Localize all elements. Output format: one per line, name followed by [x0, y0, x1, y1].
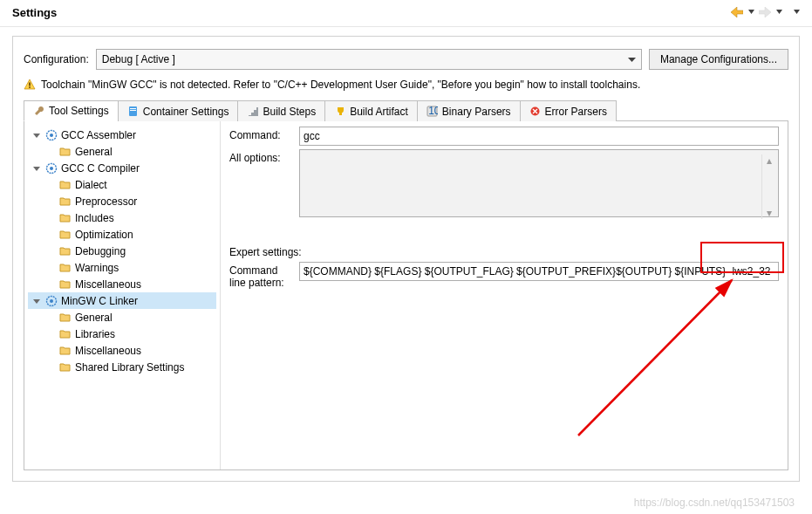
tool-tree[interactable]: GCC Assembler General GCC C Compiler [24, 121, 221, 469]
settings-dialog: { "header": { "title": "Settings" }, "co… [0, 0, 812, 514]
scrollbar[interactable]: ▴ ▾ [761, 154, 775, 219]
tree-node-label: MinGW C Linker [61, 295, 138, 307]
tree-node-mingw-c-linker[interactable]: MinGW C Linker [28, 292, 216, 309]
svg-rect-5 [339, 113, 342, 115]
tree-node-miscellaneous[interactable]: Miscellaneous [28, 276, 216, 292]
svg-point-10 [50, 134, 53, 137]
command-label: Command: [229, 127, 299, 141]
tree-node-label: Miscellaneous [75, 345, 141, 357]
tree-node-libraries[interactable]: Libraries [28, 326, 216, 342]
binary-icon: 1010 [426, 106, 439, 118]
folder-icon [59, 278, 72, 291]
tree-node-gcc-c-compiler[interactable]: GCC C Compiler [28, 160, 216, 176]
tree-node-preprocessor[interactable]: Preprocessor [28, 193, 216, 209]
tab-body: GCC Assembler General GCC C Compiler [24, 121, 788, 470]
tree-node-label: General [75, 146, 113, 158]
config-frame: Configuration: Debug [ Active ] Manage C… [12, 36, 800, 482]
folder-icon [59, 312, 72, 324]
twisty-open-icon [31, 164, 42, 173]
tree-node-optimization[interactable]: Optimization [28, 226, 216, 243]
view-menu-icon[interactable] [793, 5, 800, 19]
tree-node-linker-misc[interactable]: Miscellaneous [28, 342, 216, 359]
forward-icon[interactable] [758, 5, 772, 19]
svg-rect-4 [130, 110, 136, 111]
all-options-label: All options: [229, 149, 299, 164]
configuration-row: Configuration: Debug [ Active ] Manage C… [24, 49, 788, 70]
tab-tool-settings[interactable]: Tool Settings [24, 100, 119, 121]
container-icon [127, 106, 140, 118]
tool-icon [45, 129, 58, 141]
annotation-arrow [482, 270, 744, 444]
back-menu-icon[interactable] [747, 5, 754, 19]
folder-icon [59, 262, 72, 274]
tree-node-shared-lib[interactable]: Shared Library Settings [28, 359, 216, 375]
manage-configurations-label: Manage Configurations... [660, 53, 777, 65]
folder-icon [59, 212, 72, 224]
tree-node-label: Optimization [75, 229, 133, 241]
tree-node-gcc-assembler[interactable]: GCC Assembler [28, 127, 216, 143]
folder-icon [59, 229, 72, 241]
tree-node-label: GCC Assembler [61, 129, 136, 141]
chevron-down-icon [628, 53, 636, 65]
back-icon[interactable] [730, 5, 744, 19]
svg-point-14 [50, 299, 53, 303]
steps-icon [247, 106, 259, 118]
expert-settings-label: Expert settings: [229, 246, 779, 258]
scroll-up-icon: ▴ [767, 154, 772, 167]
wrench-icon [33, 105, 45, 117]
tree-node-asm-general[interactable]: General [28, 143, 216, 160]
pattern-label-line2: line pattern: [229, 277, 299, 289]
command-input[interactable] [299, 127, 779, 146]
tab-build-steps[interactable]: Build Steps [237, 100, 325, 121]
pattern-label: Command line pattern: [229, 262, 299, 289]
twisty-open-icon [31, 131, 42, 140]
tab-error-parsers[interactable]: Error Parsers [520, 100, 617, 121]
configuration-dropdown[interactable]: Debug [ Active ] [96, 49, 642, 70]
tree-node-label: Debugging [75, 245, 126, 257]
all-options-textarea[interactable] [299, 149, 779, 217]
tab-build-artifact[interactable]: Build Artifact [324, 100, 418, 121]
tool-icon [45, 162, 58, 175]
tree-node-linker-general[interactable]: General [28, 309, 216, 326]
all-options-row: All options: [229, 149, 779, 220]
command-row: Command: [229, 127, 779, 146]
tree-node-label: Warnings [75, 262, 119, 274]
tree-node-warnings[interactable]: Warnings [28, 259, 216, 276]
tab-container-settings[interactable]: Container Settings [118, 100, 239, 121]
tree-node-debugging[interactable]: Debugging [28, 243, 216, 259]
toolchain-warning: Toolchain "MinGW GCC" is not detected. R… [24, 79, 788, 91]
tree-node-dialect[interactable]: Dialect [28, 176, 216, 193]
svg-line-15 [578, 280, 732, 435]
dialog-header: Settings [0, 0, 812, 27]
watermark: https://blog.csdn.net/qq153471503 [634, 497, 795, 509]
command-line-pattern-input[interactable] [299, 262, 779, 281]
svg-rect-3 [130, 108, 136, 109]
tab-host: Tool Settings Container Settings Build S… [24, 99, 788, 470]
error-icon [529, 106, 542, 118]
manage-configurations-button[interactable]: Manage Configurations... [649, 49, 788, 70]
tab-tool-settings-label: Tool Settings [49, 105, 109, 117]
dialog-body: Configuration: Debug [ Active ] Manage C… [0, 27, 812, 490]
tree-node-includes[interactable]: Includes [28, 209, 216, 226]
svg-rect-2 [129, 106, 137, 116]
tree-node-label: Dialect [75, 179, 107, 191]
folder-icon [59, 179, 72, 191]
nav-button-group [730, 5, 800, 19]
folder-icon [59, 328, 72, 340]
forward-menu-icon[interactable] [775, 5, 782, 19]
tab-error-parsers-label: Error Parsers [545, 106, 607, 118]
tree-node-label: Shared Library Settings [75, 361, 184, 374]
tree-node-label: Includes [75, 212, 114, 224]
folder-icon [59, 361, 72, 374]
tab-binary-parsers[interactable]: 1010 Binary Parsers [417, 100, 521, 121]
tab-build-steps-label: Build Steps [263, 106, 316, 118]
folder-icon [59, 146, 72, 158]
tab-binary-parsers-label: Binary Parsers [442, 106, 511, 118]
tree-node-label: Preprocessor [75, 195, 137, 208]
tab-container-settings-label: Container Settings [143, 106, 229, 118]
trophy-icon [334, 106, 346, 118]
tool-icon [45, 295, 58, 307]
configuration-value: Debug [ Active ] [102, 53, 628, 65]
pattern-label-line1: Command [229, 264, 299, 277]
svg-rect-1 [29, 86, 31, 88]
